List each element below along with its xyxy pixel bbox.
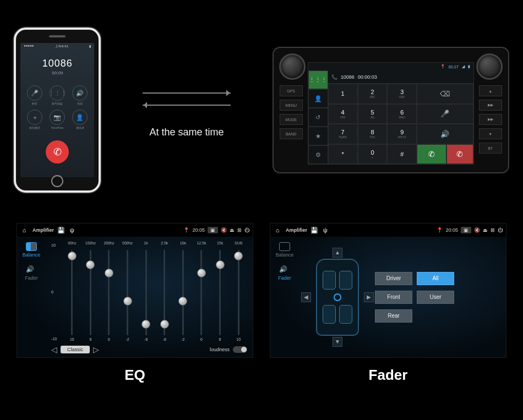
eq-slider-knob[interactable] — [68, 252, 77, 260]
eq-slider[interactable] — [145, 250, 147, 335]
volume-knob[interactable] — [279, 53, 306, 80]
hu-dialed-number: 10086 — [341, 74, 355, 80]
call-option-1[interactable]: ⋮⋮⋮拨号键盘 — [48, 85, 67, 105]
fader-up[interactable]: ▲ — [333, 248, 342, 258]
key-answer[interactable]: ✆ — [417, 144, 446, 165]
call-option-4[interactable]: 📷FaceTime — [48, 110, 67, 129]
hu-btn-mode[interactable]: MODE — [280, 114, 303, 125]
eq-slider-knob[interactable] — [160, 320, 169, 329]
key-3[interactable]: 3DEF — [387, 84, 417, 104]
car-outline[interactable] — [316, 259, 359, 336]
nav-balance[interactable]: Balance — [276, 242, 294, 258]
eject-icon[interactable]: ⏏ — [483, 227, 488, 233]
power-icon[interactable]: ⏻ — [498, 227, 503, 233]
eq-slider[interactable] — [238, 250, 239, 335]
call-option-0[interactable]: 🎤静音 — [26, 85, 44, 105]
eq-slider[interactable] — [200, 250, 202, 335]
preset-button[interactable]: Classic — [61, 346, 90, 353]
preset-prev[interactable]: ◁ — [51, 345, 57, 354]
scale-max: 10 — [51, 243, 63, 247]
nav-fader[interactable]: Fader — [25, 265, 38, 281]
eq-slider[interactable] — [108, 250, 110, 335]
eq-slider[interactable] — [71, 250, 73, 335]
save-icon[interactable]: 💾 — [57, 227, 65, 234]
fader-down[interactable]: ▼ — [333, 337, 342, 347]
key-mic[interactable]: 🎤 — [417, 104, 473, 124]
eq-slider[interactable] — [219, 250, 221, 335]
hu-right-btn-0[interactable]: ▲ — [479, 85, 502, 96]
key-9[interactable]: 9WXYZ — [387, 124, 417, 144]
preset-driver[interactable]: Driver — [375, 272, 412, 285]
key-*[interactable]: * — [328, 144, 358, 165]
mute-icon[interactable]: 🔇 — [221, 227, 227, 233]
key-8[interactable]: 8TUV — [358, 124, 388, 144]
eq-slider-knob[interactable] — [86, 260, 95, 269]
call-option-3[interactable]: ＋添加通话 — [26, 110, 44, 129]
loudness-toggle[interactable] — [233, 346, 247, 353]
key-hangup[interactable]: ✆ — [446, 144, 473, 165]
tuner-knob[interactable] — [476, 53, 503, 80]
eq-slider[interactable] — [182, 250, 184, 335]
call-option-2[interactable]: 🔊免提 — [71, 85, 89, 105]
hu-right-btn-3[interactable]: ▼ — [479, 128, 502, 139]
key-#[interactable]: # — [387, 144, 417, 165]
hu-right-btn-2[interactable]: ▶▶ — [479, 114, 502, 125]
usb-icon[interactable]: ψ — [322, 227, 329, 233]
hu-screen: 📍 01:17 ◢ ▮ ⋮⋮⋮ 👤 ↺ ★ ⚙ 📞 10086 00: — [308, 62, 474, 165]
fader-position[interactable] — [334, 293, 341, 301]
key-6[interactable]: 6MNO — [387, 104, 417, 124]
fader-right[interactable]: ▶ — [364, 292, 374, 302]
eject-icon[interactable]: ⏏ — [230, 227, 235, 233]
key-1[interactable]: 1 — [328, 84, 358, 104]
key-5[interactable]: 5JKL — [358, 104, 388, 124]
power-icon[interactable]: ⏻ — [244, 227, 249, 233]
eq-slider-knob[interactable] — [141, 320, 150, 329]
nav-balance[interactable]: Balance — [23, 242, 41, 258]
home-icon[interactable]: ⌂ — [274, 227, 281, 233]
key-0[interactable]: 0+ — [358, 144, 388, 165]
preset-next[interactable]: ▷ — [93, 345, 99, 354]
nav-fader[interactable]: Fader — [278, 265, 291, 281]
eq-slider[interactable] — [164, 250, 165, 335]
home-button[interactable] — [51, 175, 63, 187]
eq-slider-knob[interactable] — [216, 260, 225, 269]
fader-left[interactable]: ◀ — [301, 292, 311, 302]
contacts-tab[interactable]: 👤 — [308, 89, 328, 108]
eq-slider-knob[interactable] — [105, 269, 113, 277]
nav-fader-label: Fader — [25, 275, 38, 281]
preset-all[interactable]: All — [417, 272, 454, 285]
key-speaker[interactable]: 🔊 — [417, 124, 473, 144]
eq-slider[interactable] — [127, 250, 128, 335]
home-icon[interactable]: ⌂ — [20, 227, 28, 233]
preset-rear[interactable]: Rear — [375, 309, 412, 323]
hu-right-btn-4[interactable]: BT — [479, 143, 502, 154]
eq-slider-knob[interactable] — [123, 297, 132, 306]
save-icon[interactable]: 💾 — [310, 227, 318, 234]
eq-slider-knob[interactable] — [178, 297, 187, 306]
call-option-5[interactable]: 👤通讯录 — [71, 110, 89, 129]
hu-btn-menu[interactable]: MENU — [280, 100, 303, 111]
key-4[interactable]: 4GHI — [328, 104, 358, 124]
screenshot-icon[interactable]: ▣ — [208, 227, 218, 233]
eq-slider[interactable] — [90, 250, 91, 335]
favorites-tab[interactable]: ★ — [308, 127, 328, 145]
history-tab[interactable]: ↺ — [308, 108, 328, 127]
hu-right-btn-1[interactable]: ▶▶ — [479, 100, 502, 111]
preset-front[interactable]: Front — [375, 291, 412, 304]
usb-icon[interactable]: ψ — [68, 227, 76, 233]
eq-slider-knob[interactable] — [234, 252, 243, 260]
eq-slider-knob[interactable] — [197, 269, 206, 277]
key-backspace[interactable]: ⌫ — [417, 84, 473, 104]
close-icon[interactable]: ⊠ — [491, 227, 495, 233]
hu-btn-gps[interactable]: GPS — [280, 85, 303, 96]
key-7[interactable]: 7PQRS — [328, 124, 358, 144]
hu-btn-band[interactable]: BAND — [280, 128, 303, 139]
key-2[interactable]: 2ABC — [358, 84, 388, 104]
hangup-button[interactable]: ✆ — [46, 140, 69, 163]
mute-icon[interactable]: 🔇 — [474, 227, 480, 233]
screenshot-icon[interactable]: ▣ — [461, 227, 471, 233]
preset-user[interactable]: User — [417, 291, 454, 304]
dialpad-tab[interactable]: ⋮⋮⋮ — [308, 70, 328, 89]
close-icon[interactable]: ⊠ — [237, 227, 242, 233]
settings-tab[interactable]: ⚙ — [308, 145, 328, 164]
